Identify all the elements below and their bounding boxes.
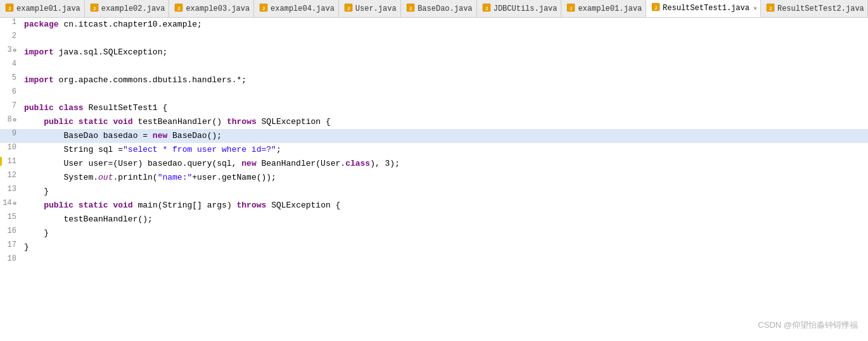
table-row: 10 String sql ="select * from user where…: [0, 143, 868, 157]
code-token: static: [79, 115, 108, 129]
code-content: }: [19, 240, 29, 254]
code-content: public static void main(String[] args) t…: [19, 199, 340, 213]
table-row: 7public class ResultSetTest1 {: [0, 101, 868, 115]
tab-example01-1[interactable]: Jexample01.java: [0, 0, 85, 18]
line-number: 6: [3, 87, 16, 96]
line-number-gutter: 2: [0, 32, 19, 40]
code-token: SQLException {: [266, 199, 340, 213]
tab-example04[interactable]: Jexample04.java: [254, 0, 339, 18]
tab-label: JDBCUtils.java: [494, 4, 558, 13]
tab-label: User.java: [355, 4, 397, 13]
tab-user[interactable]: JUser.java: [339, 0, 401, 18]
code-area[interactable]: 1package cn.itcast.chapter10.example;23⊖…: [0, 18, 868, 341]
table-row: 4: [0, 59, 868, 73]
svg-text:J: J: [8, 6, 11, 11]
code-content: public class ResultSetTest1 {: [19, 101, 167, 115]
table-row: 17}: [0, 240, 868, 254]
line-number: 7: [3, 101, 16, 110]
svg-text:J: J: [769, 6, 772, 11]
code-content: User user=(User) basedao.query(sql, new …: [19, 157, 400, 171]
line-number-gutter: 15: [0, 213, 19, 221]
code-token: ), 3);: [370, 157, 400, 171]
line-number-gutter: 11: [0, 157, 19, 166]
tab-example03[interactable]: Jexample03.java: [169, 0, 254, 18]
line-number: 9: [3, 129, 16, 138]
line-number: 14: [3, 199, 12, 208]
code-token: User user=(User) basedao.: [24, 157, 187, 171]
table-row: 15 testBeanHandler();: [0, 213, 868, 226]
table-row: 11 User user=(User) basedao.query(sql, n…: [0, 157, 868, 171]
code-content: }: [19, 185, 49, 199]
tab-resultsettest2[interactable]: JResultSetTest2.java: [761, 0, 868, 18]
java-file-icon: J: [766, 3, 775, 15]
tab-resultsettest1[interactable]: JResultSetTest1.java✕: [646, 0, 761, 18]
tab-example02[interactable]: Jexample02.java: [85, 0, 170, 18]
code-token: main(String[] args): [133, 199, 237, 213]
tab-bar: Jexample01.javaJexample02.javaJexample03…: [0, 0, 868, 18]
code-token: throws: [227, 115, 257, 129]
svg-text:J: J: [654, 6, 657, 11]
tab-basedao[interactable]: JBaseDao.java: [401, 0, 477, 18]
code-token: [108, 115, 113, 129]
code-token: public: [44, 115, 73, 129]
java-file-icon: J: [651, 3, 660, 14]
table-row: 9 BaseDao basedao = new BaseDao();: [0, 129, 868, 143]
svg-text:J: J: [347, 6, 350, 11]
svg-text:J: J: [93, 6, 96, 11]
code-token: ResultSetTest1 {: [84, 101, 168, 115]
tab-jdbcutils[interactable]: JJDBCUtils.java: [477, 0, 562, 18]
code-token: +user.getName());: [192, 171, 276, 185]
code-token: [108, 199, 113, 213]
svg-text:J: J: [177, 6, 180, 11]
line-number: 12: [3, 171, 16, 180]
code-content: import java.sql.SQLException;: [19, 46, 167, 59]
code-token: SQLException {: [257, 115, 331, 129]
line-number-gutter: 3⊖: [0, 46, 19, 54]
fold-icon[interactable]: ⊖: [13, 200, 16, 207]
tab-example01-2[interactable]: Jexample01.java: [561, 0, 646, 18]
line-number-gutter: 13: [0, 185, 19, 194]
code-token: class: [59, 101, 84, 115]
line-number-gutter: 9: [0, 129, 19, 138]
code-token: out: [98, 171, 113, 185]
svg-text:J: J: [262, 6, 265, 11]
line-number-gutter: 1: [0, 18, 19, 27]
code-token: new: [241, 157, 256, 171]
fold-icon[interactable]: ⊖: [13, 47, 16, 54]
tab-label: example02.java: [101, 4, 165, 13]
line-number: 17: [3, 240, 16, 249]
table-row: 14⊖ public static void main(String[] arg…: [0, 199, 868, 213]
tab-label: example04.java: [271, 4, 335, 13]
code-token: testBeanHandler(): [133, 115, 227, 129]
code-lines: 1package cn.itcast.chapter10.example;23⊖…: [0, 18, 868, 268]
table-row: 2: [0, 32, 868, 46]
line-number: 13: [3, 185, 16, 194]
code-content: testBeanHandler();: [19, 213, 153, 226]
java-file-icon: J: [90, 3, 99, 15]
table-row: 5import org.apache.commons.dbutils.handl…: [0, 73, 868, 87]
code-token: [73, 199, 79, 213]
code-token: BaseDao();: [167, 129, 222, 143]
table-row: 13 }: [0, 185, 868, 199]
fold-icon[interactable]: ⊖: [13, 116, 16, 123]
tab-label: example01.java: [578, 4, 642, 13]
code-token: BeanHandler(User.: [257, 157, 345, 171]
watermark: CSDN @仰望怡淼钟锝悸福: [758, 319, 858, 331]
line-number: 1: [3, 18, 16, 27]
table-row: 3⊖import java.sql.SQLException;: [0, 46, 868, 59]
tab-close-icon[interactable]: ✕: [753, 4, 757, 12]
code-token: public: [24, 101, 54, 115]
line-number: 4: [3, 59, 16, 68]
java-file-icon: J: [5, 3, 14, 15]
java-file-icon: J: [344, 3, 353, 15]
line-number: 11: [3, 157, 16, 166]
line-number-gutter: 10: [0, 143, 19, 152]
svg-text:J: J: [409, 6, 412, 11]
table-row: 12 System.out.println("name:"+user.getNa…: [0, 171, 868, 185]
code-token: [54, 101, 59, 115]
code-token: BaseDao basedao =: [24, 129, 153, 143]
editor-container: Jexample01.javaJexample02.javaJexample03…: [0, 0, 868, 341]
line-number: 8: [3, 115, 12, 124]
code-token: throws: [237, 199, 267, 213]
table-row: 1package cn.itcast.chapter10.example;: [0, 18, 868, 32]
